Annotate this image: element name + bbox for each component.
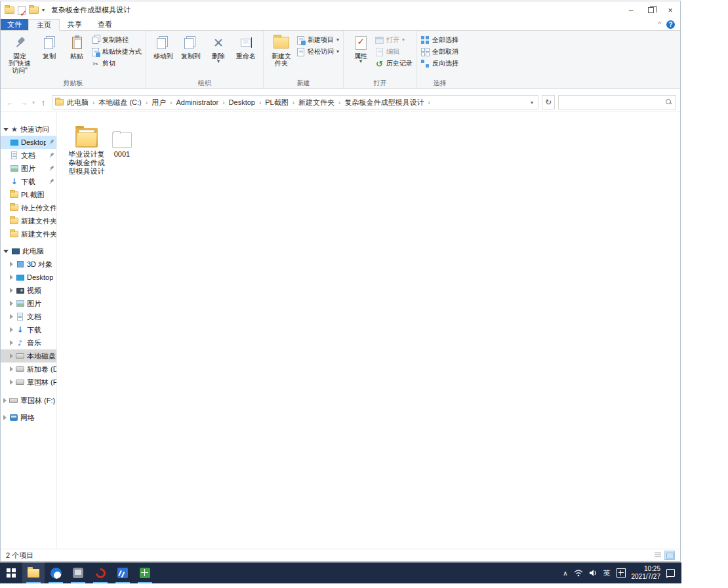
chevron-right-icon[interactable] xyxy=(10,340,13,345)
close-button[interactable]: × xyxy=(660,1,680,19)
rename-button[interactable]: 重命名 xyxy=(233,33,259,61)
cut-button[interactable]: ✂ 剪切 xyxy=(91,59,142,68)
tab-share[interactable]: 共享 xyxy=(60,19,90,30)
select-none-button[interactable]: 全部取消 xyxy=(421,47,458,56)
sidebar-this-pc-header[interactable]: 此电脑 xyxy=(1,245,56,258)
sidebar-item-network[interactable]: 网络 xyxy=(1,411,56,424)
file-tile-0001[interactable]: 0001 xyxy=(111,121,133,160)
chevron-right-icon[interactable] xyxy=(10,353,13,359)
sidebar-root-drive-f[interactable]: 覃国林 (F:) xyxy=(1,394,56,407)
address-bar[interactable]: 此电脑 本地磁盘 (C:) 用户 Administrator Desktop P… xyxy=(52,95,538,109)
copy-path-button[interactable]: 复制路径 xyxy=(91,35,142,45)
hidden-icons-chevron-icon[interactable]: ∧ xyxy=(563,570,567,577)
up-button[interactable]: ↑ xyxy=(38,98,49,108)
back-button[interactable]: ← xyxy=(5,98,15,108)
chevron-right-icon[interactable] xyxy=(3,398,7,403)
breadcrumb-pl-screenshots[interactable]: PL截图 xyxy=(263,98,296,108)
search-input[interactable] xyxy=(562,98,666,106)
chevron-right-icon[interactable] xyxy=(10,262,13,267)
copy-to-button[interactable]: → 复制到 xyxy=(178,33,204,61)
sidebar-item-local-disk-c[interactable]: 本地磁盘 (C:) xyxy=(1,349,56,363)
edit-button[interactable]: 编辑 xyxy=(375,47,413,56)
chevron-right-icon[interactable] xyxy=(10,314,13,319)
move-to-button[interactable]: ← 移动到 xyxy=(150,33,176,61)
volume-icon[interactable] xyxy=(589,569,597,577)
open-button[interactable]: 打开 ▾ xyxy=(375,35,413,45)
details-view-button[interactable] xyxy=(653,551,663,560)
easy-access-button[interactable]: 轻松访问 ▾ xyxy=(296,47,339,56)
sidebar-item-pc-desktop[interactable]: Desktop xyxy=(1,271,56,284)
breadcrumb-administrator[interactable]: Administrator xyxy=(174,98,226,106)
recent-locations-chevron-icon[interactable]: ▾ xyxy=(32,100,35,106)
chevron-right-icon[interactable] xyxy=(10,366,13,372)
help-icon[interactable]: ? xyxy=(666,20,675,29)
taskbar-app-5-button[interactable] xyxy=(134,562,156,583)
sidebar-item-downloads[interactable]: ↓ 下载 xyxy=(1,175,56,188)
qat-new-folder-icon[interactable] xyxy=(29,7,39,14)
sidebar-item-desktop[interactable]: Desktop xyxy=(1,136,56,149)
new-folder-button[interactable]: 新建文件夹 xyxy=(268,33,295,68)
ime-language-indicator[interactable]: 英 xyxy=(603,568,611,578)
chevron-down-icon[interactable] xyxy=(3,128,9,131)
network-icon[interactable] xyxy=(574,569,583,577)
address-dropdown-chevron-icon[interactable]: ▾ xyxy=(529,100,535,106)
properties-button[interactable]: 属性 ▾ xyxy=(348,33,374,65)
sidebar-item-pc-downloads[interactable]: ↓ 下载 xyxy=(1,323,56,336)
paste-shortcut-button[interactable]: 粘贴快捷方式 xyxy=(91,47,142,56)
minimize-button[interactable]: – xyxy=(621,1,641,19)
paste-button[interactable]: 粘贴 xyxy=(64,33,90,61)
taskbar-file-explorer-button[interactable] xyxy=(22,562,45,583)
taskbar-app-2-button[interactable] xyxy=(67,562,89,583)
start-button[interactable] xyxy=(0,562,22,583)
collapse-ribbon-icon[interactable]: ^ xyxy=(658,21,661,28)
chevron-down-icon[interactable] xyxy=(3,250,9,253)
sidebar-item-documents[interactable]: 文档 xyxy=(1,149,56,162)
breadcrumb-current-folder[interactable]: 复杂板金件成型模具设计 xyxy=(342,98,432,108)
search-box[interactable] xyxy=(558,95,676,109)
select-all-button[interactable]: 全部选择 xyxy=(421,35,458,45)
history-button[interactable]: ↺ 历史记录 xyxy=(375,59,413,68)
action-center-icon[interactable] xyxy=(666,569,675,577)
sidebar-item-pc-pictures[interactable]: 图片 xyxy=(1,297,56,310)
large-icons-view-button[interactable] xyxy=(664,551,675,560)
breadcrumb-this-pc[interactable]: 此电脑 xyxy=(65,98,96,108)
sidebar-item-pl-screenshots[interactable]: PL截图 xyxy=(1,188,56,201)
taskbar-app-browser-button[interactable] xyxy=(45,562,67,583)
chevron-right-icon[interactable] xyxy=(10,327,13,332)
taskbar-clock[interactable]: 10:25 2021/7/27 xyxy=(632,565,661,581)
chevron-right-icon[interactable] xyxy=(10,275,13,280)
tab-view[interactable]: 查看 xyxy=(90,19,120,30)
sidebar-item-new-folder-1[interactable]: 新建文件夹 xyxy=(1,214,56,227)
sidebar-quick-access-header[interactable]: ★ 快速访问 xyxy=(1,123,56,136)
ime-keyboard-icon[interactable] xyxy=(617,568,626,578)
chevron-right-icon[interactable] xyxy=(10,380,13,385)
restore-button[interactable] xyxy=(641,1,660,19)
qat-properties-icon[interactable] xyxy=(18,6,26,15)
sidebar-item-3d-objects[interactable]: 3D 对象 xyxy=(1,258,56,271)
sidebar-item-new-folder-2[interactable]: 新建文件夹 xyxy=(1,227,56,241)
chevron-right-icon[interactable] xyxy=(3,415,7,420)
chevron-right-icon[interactable] xyxy=(10,288,13,293)
taskbar-app-4-button[interactable] xyxy=(111,562,134,583)
copy-button[interactable]: 复制 xyxy=(36,33,62,61)
delete-button[interactable]: ✕ 删除 ▾ xyxy=(205,33,232,65)
chevron-right-icon[interactable] xyxy=(10,301,13,306)
qat-customize-chevron-icon[interactable]: ▾ xyxy=(42,9,45,12)
breadcrumb-users[interactable]: 用户 xyxy=(150,98,174,108)
refresh-button[interactable]: ↻ xyxy=(542,95,555,109)
tab-file[interactable]: 文件 xyxy=(1,19,28,30)
new-item-button[interactable]: 新建项目 ▾ xyxy=(296,35,339,45)
breadcrumb-desktop[interactable]: Desktop xyxy=(227,98,264,106)
taskbar-app-3-button[interactable] xyxy=(89,562,111,583)
sidebar-item-pc-documents[interactable]: 文档 xyxy=(1,310,56,323)
sidebar-item-new-volume-d[interactable]: 新加卷 (D:) xyxy=(1,363,56,376)
pin-to-quick-access-button[interactable]: 固定到"快速访问" xyxy=(5,33,35,75)
sidebar-item-drive-f[interactable]: 覃国林 (F:) xyxy=(1,376,56,389)
breadcrumb-new-folder[interactable]: 新建文件夹 xyxy=(296,98,342,108)
sidebar-item-videos[interactable]: 视频 xyxy=(1,284,56,297)
sidebar-item-upload-pending[interactable]: 待上传文件 xyxy=(1,201,56,214)
sidebar-item-pictures[interactable]: 图片 xyxy=(1,162,56,175)
tab-home[interactable]: 主页 xyxy=(28,19,60,31)
sidebar-item-music[interactable]: ♪ 音乐 xyxy=(1,336,56,349)
invert-selection-button[interactable]: 反向选择 xyxy=(421,59,458,68)
